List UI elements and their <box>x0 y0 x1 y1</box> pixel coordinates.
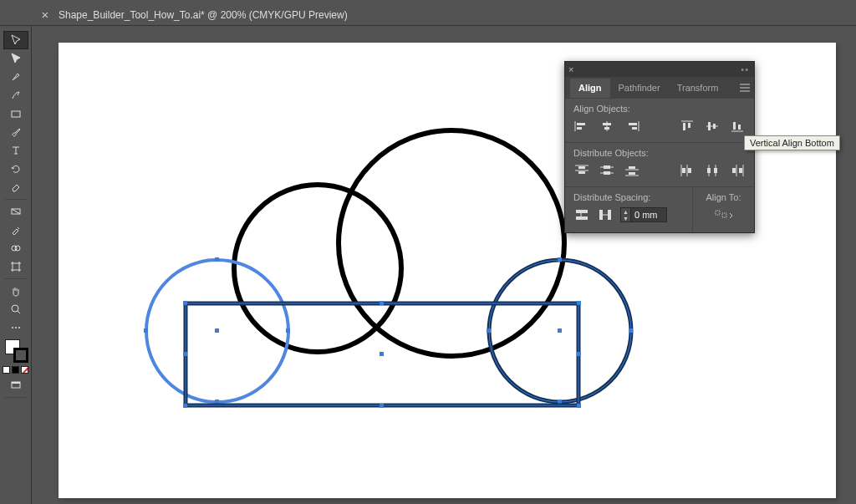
close-document-button[interactable]: × <box>37 7 54 23</box>
align-to-icon <box>715 209 733 222</box>
shape-builder-tool[interactable] <box>3 239 28 257</box>
align-to-selector[interactable] <box>700 207 747 224</box>
color-mode-none[interactable] <box>21 366 28 374</box>
svg-rect-31 <box>577 404 581 408</box>
screen-mode-button[interactable] <box>3 376 28 395</box>
rectangle-icon <box>10 108 22 120</box>
horizontal-distribute-right-button[interactable] <box>729 163 746 178</box>
svg-rect-43 <box>683 123 685 130</box>
rectangle-tool[interactable] <box>3 104 28 123</box>
document-tab-bar: × Shape_Builder_Tool_How_To.ai* @ 200% (… <box>0 4 856 26</box>
panel-menu-button[interactable] <box>734 77 754 99</box>
h-dist-space-icon <box>599 209 612 221</box>
svg-rect-64 <box>608 210 611 220</box>
horizontal-distribute-left-button[interactable] <box>679 163 696 178</box>
svg-rect-53 <box>629 166 635 169</box>
vertical-align-bottom-button[interactable] <box>729 119 746 134</box>
eraser-tool[interactable] <box>3 178 28 196</box>
stroke-chip[interactable] <box>13 348 28 363</box>
cursor-icon <box>10 34 22 46</box>
align-objects-label: Align Objects: <box>573 104 746 114</box>
zoom-tool[interactable] <box>3 300 28 318</box>
vertical-distribute-center-button[interactable] <box>599 163 615 178</box>
direct-selection-tool[interactable] <box>3 49 28 68</box>
pen-tool[interactable] <box>3 68 28 86</box>
spacing-value-field[interactable]: 0 mm <box>631 209 666 221</box>
vertical-distribute-bottom-button[interactable] <box>624 163 640 178</box>
document-title: Shape_Builder_Tool_How_To.ai* @ 200% (CM… <box>59 9 348 21</box>
paintbrush-tool[interactable] <box>3 123 28 141</box>
svg-rect-56 <box>688 168 691 173</box>
curvature-tool[interactable] <box>3 86 28 104</box>
svg-rect-51 <box>604 165 610 169</box>
hand-icon <box>10 285 22 297</box>
gradient-icon <box>10 206 22 217</box>
gradient-tool[interactable] <box>3 202 28 221</box>
artboard-tool[interactable] <box>3 257 28 276</box>
type-tool[interactable] <box>3 141 28 160</box>
spacing-decrement-button[interactable]: ▼ <box>621 215 630 221</box>
eyedropper-icon <box>10 224 22 236</box>
panel-close-button[interactable]: × <box>568 64 573 74</box>
tab-align[interactable]: Align <box>570 79 610 98</box>
fill-stroke-chips[interactable] <box>3 339 28 364</box>
svg-rect-62 <box>576 216 588 220</box>
svg-rect-55 <box>682 168 685 173</box>
vertical-align-center-button[interactable] <box>704 119 721 134</box>
svg-rect-57 <box>707 168 711 173</box>
color-mode-gradient[interactable] <box>12 366 19 374</box>
edit-toolbar-button[interactable] <box>3 318 28 337</box>
svg-rect-41 <box>629 123 637 125</box>
tab-transform[interactable]: Transform <box>669 79 727 98</box>
distribute-spacing-label: Distribute Spacing: <box>573 192 684 202</box>
svg-rect-39 <box>603 123 611 125</box>
svg-point-3 <box>15 246 20 251</box>
h-align-center-icon <box>599 120 614 132</box>
rotate-tool[interactable] <box>3 160 28 178</box>
svg-rect-63 <box>599 210 603 220</box>
horizontal-align-left-button[interactable] <box>573 119 590 134</box>
spacing-value-input[interactable]: ▲ ▼ 0 mm <box>620 207 667 222</box>
svg-rect-23 <box>144 328 148 333</box>
selection-tool[interactable] <box>3 31 28 49</box>
horizontal-distribute-center-button[interactable] <box>704 163 721 178</box>
spacing-increment-button[interactable]: ▲ <box>621 208 630 215</box>
horizontal-align-right-button[interactable] <box>624 119 640 134</box>
v-dist-center-icon <box>599 165 614 176</box>
svg-rect-37 <box>577 123 585 125</box>
vertical-distribute-space-button[interactable] <box>573 207 590 222</box>
svg-rect-66 <box>722 213 726 217</box>
shape-rectangle-selected[interactable] <box>182 300 582 409</box>
vertical-align-top-button[interactable] <box>679 119 696 134</box>
shape-builder-icon <box>10 242 22 254</box>
h-dist-left-icon <box>680 165 694 176</box>
svg-rect-52 <box>604 171 610 175</box>
svg-rect-60 <box>739 168 742 173</box>
screen-icon <box>10 379 22 391</box>
horizontal-align-center-button[interactable] <box>599 119 615 134</box>
horizontal-distribute-space-button[interactable] <box>597 207 614 222</box>
svg-rect-4 <box>13 263 19 270</box>
svg-rect-34 <box>183 352 187 356</box>
h-align-right-icon <box>624 120 639 132</box>
v-align-bottom-icon <box>731 120 744 132</box>
align-to-label: Align To: <box>700 192 747 202</box>
eyedropper-tool[interactable] <box>3 221 28 239</box>
panel-titlebar[interactable]: × •• <box>565 62 754 77</box>
vertical-distribute-top-button[interactable] <box>573 163 590 178</box>
tab-pathfinder[interactable]: Pathfinder <box>610 79 669 98</box>
panel-gripper-icon[interactable]: •• <box>741 64 749 74</box>
tools-panel <box>0 26 32 504</box>
v-align-center-icon <box>706 120 719 132</box>
svg-rect-28 <box>183 301 187 305</box>
svg-rect-21 <box>215 257 219 262</box>
color-mode-color[interactable] <box>3 366 10 374</box>
distribute-objects-section: Distribute Objects: <box>565 143 754 186</box>
panel-tabs: Align Pathfinder Transform <box>565 77 754 99</box>
svg-rect-59 <box>732 168 736 173</box>
hand-tool[interactable] <box>3 282 28 300</box>
pen-icon <box>10 71 22 83</box>
svg-rect-38 <box>577 127 582 130</box>
svg-rect-46 <box>713 124 716 129</box>
align-objects-section: Align Objects: <box>565 99 754 142</box>
